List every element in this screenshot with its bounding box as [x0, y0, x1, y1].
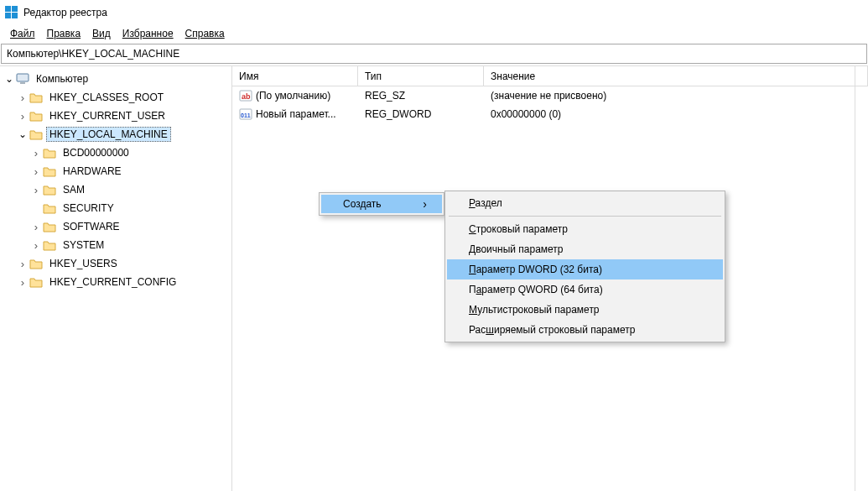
- tree-node-bcd[interactable]: BCD00000000: [30, 144, 231, 162]
- tree-node-computer[interactable]: Компьютер: [3, 70, 231, 88]
- cell-text: (значение не присвоено): [484, 90, 868, 102]
- computer-icon: [16, 73, 29, 85]
- svg-text:011: 011: [241, 112, 251, 118]
- menu-bar: Файл Правка Вид Избранное Справка: [0, 25, 868, 42]
- context-menu: Создать: [319, 192, 444, 216]
- cell-text: 0x00000000 (0): [484, 108, 868, 120]
- menu-help[interactable]: Справка: [180, 27, 230, 40]
- expander-icon[interactable]: [30, 184, 42, 196]
- menu-label: Параметр DWORD (32 бита): [469, 264, 602, 275]
- svg-rect-1: [12, 6, 18, 12]
- string-value-icon: ab: [239, 89, 252, 102]
- svg-rect-2: [5, 13, 11, 18]
- expander-icon[interactable]: [30, 239, 42, 252]
- submenu-item-expandstring[interactable]: Расширяемый строковый параметр: [447, 320, 723, 340]
- scrollbar-area: [855, 66, 868, 491]
- folder-icon: [43, 221, 56, 232]
- list-header: Имя Тип Значение: [232, 66, 868, 86]
- menu-label: Строковый параметр: [469, 223, 568, 235]
- tree-node-sam[interactable]: SAM: [30, 180, 231, 199]
- menu-view[interactable]: Вид: [87, 27, 116, 40]
- menu-favorites[interactable]: Избранное: [117, 27, 179, 40]
- folder-icon: [29, 276, 43, 288]
- expander-icon[interactable]: [17, 276, 29, 289]
- folder-icon: [29, 91, 43, 103]
- tree-label: HKEY_CURRENT_USER: [46, 108, 169, 123]
- tree-label: HARDWARE: [60, 164, 125, 179]
- menu-label: Раздел: [469, 197, 502, 209]
- expander-icon[interactable]: [17, 91, 29, 104]
- address-bar[interactable]: Компьютер\HKEY_LOCAL_MACHINE: [1, 44, 867, 64]
- list-row[interactable]: ab (По умолчанию) REG_SZ (значение не пр…: [232, 86, 868, 105]
- expander-icon[interactable]: [3, 73, 15, 85]
- tree-label: SECURITY: [60, 201, 117, 216]
- menu-label: Расширяемый строковый параметр: [469, 324, 635, 336]
- svg-rect-0: [5, 6, 11, 12]
- tree-node-security[interactable]: SECURITY: [30, 199, 231, 217]
- svg-rect-4: [17, 74, 29, 81]
- cell-text: (По умолчанию): [256, 90, 330, 102]
- col-name[interactable]: Имя: [232, 66, 358, 86]
- folder-icon: [43, 184, 56, 196]
- context-submenu: Раздел Строковый параметр Двоичный парам…: [444, 191, 725, 342]
- tree-node-hkcu[interactable]: HKEY_CURRENT_USER: [17, 107, 231, 125]
- expander-icon[interactable]: [30, 221, 42, 233]
- svg-rect-3: [12, 13, 18, 18]
- col-type[interactable]: Тип: [358, 66, 484, 86]
- address-text: Компьютер\HKEY_LOCAL_MACHINE: [7, 48, 179, 60]
- expander-icon[interactable]: [17, 110, 29, 123]
- tree-node-software[interactable]: SOFTWARE: [30, 217, 231, 236]
- tree-label: HKEY_CLASSES_ROOT: [46, 90, 167, 105]
- folder-icon: [43, 165, 56, 177]
- window-title: Редактор реестра: [23, 7, 107, 18]
- submenu-item-dword[interactable]: Параметр DWORD (32 бита): [447, 259, 723, 279]
- tree-node-system[interactable]: SYSTEM: [30, 236, 231, 254]
- cell-text: Новый парамет...: [256, 108, 336, 120]
- app-icon: [5, 6, 18, 19]
- tree-label: HKEY_LOCAL_MACHINE: [46, 127, 171, 142]
- svg-rect-5: [20, 82, 25, 84]
- expander-icon[interactable]: [30, 147, 42, 159]
- tree-pane[interactable]: Компьютер HKEY_CLASSES_ROOT: [0, 66, 232, 491]
- folder-icon: [29, 128, 43, 140]
- menu-separator: [449, 216, 721, 217]
- menu-label: Двоичный параметр: [469, 243, 564, 255]
- tree-node-hardware[interactable]: HARDWARE: [30, 162, 231, 180]
- expander-icon[interactable]: [30, 165, 42, 178]
- tree-label: HKEY_USERS: [46, 256, 121, 271]
- folder-icon: [29, 258, 43, 269]
- svg-text:ab: ab: [242, 92, 251, 101]
- tree-label: SYSTEM: [60, 238, 107, 253]
- submenu-item-string[interactable]: Строковый параметр: [447, 219, 723, 239]
- expander-icon[interactable]: [17, 128, 29, 140]
- tree-label: BCD00000000: [60, 145, 133, 160]
- col-value[interactable]: Значение: [484, 66, 868, 86]
- menu-file[interactable]: Файл: [5, 27, 40, 40]
- binary-value-icon: 011: [239, 107, 252, 121]
- submenu-item-binary[interactable]: Двоичный параметр: [447, 239, 723, 259]
- title-bar: Редактор реестра: [0, 0, 868, 25]
- submenu-item-qword[interactable]: Параметр QWORD (64 бита): [447, 279, 723, 300]
- folder-icon: [43, 239, 56, 251]
- submenu-item-key[interactable]: Раздел: [447, 193, 723, 213]
- list-row[interactable]: 011 Новый парамет... REG_DWORD 0x0000000…: [232, 105, 868, 123]
- folder-icon: [29, 110, 43, 122]
- tree-node-hkcr[interactable]: HKEY_CLASSES_ROOT: [17, 88, 231, 107]
- folder-icon: [43, 147, 56, 159]
- menu-label: Мультистроковый параметр: [469, 304, 600, 316]
- submenu-item-multistring[interactable]: Мультистроковый параметр: [447, 300, 723, 320]
- menu-label: Параметр QWORD (64 бита): [469, 284, 603, 295]
- cell-text: REG_SZ: [358, 90, 484, 102]
- tree-label: SOFTWARE: [60, 219, 123, 234]
- menu-label: Создать: [343, 198, 382, 210]
- expander-icon[interactable]: [17, 258, 29, 270]
- tree-label: Компьютер: [33, 71, 91, 86]
- tree-label: HKEY_CURRENT_CONFIG: [46, 274, 179, 290]
- tree-node-hkcc[interactable]: HKEY_CURRENT_CONFIG: [17, 273, 231, 291]
- menu-edit[interactable]: Правка: [42, 27, 86, 40]
- context-item-create[interactable]: Создать: [321, 195, 442, 213]
- tree-node-hklm[interactable]: HKEY_LOCAL_MACHINE: [17, 125, 231, 144]
- tree-label: SAM: [60, 182, 88, 197]
- tree-node-hku[interactable]: HKEY_USERS: [17, 254, 231, 273]
- submenu-arrow-icon: [423, 197, 427, 211]
